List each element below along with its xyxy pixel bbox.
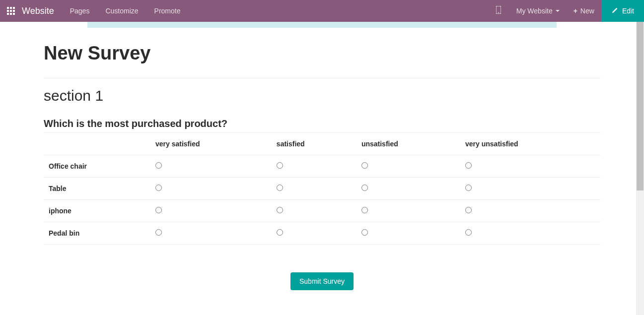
nav-pages[interactable]: Pages <box>62 0 98 22</box>
mobile-icon <box>496 6 501 16</box>
content-area: New Survey section 1 Which is the most p… <box>0 22 644 315</box>
nav-customize[interactable]: Customize <box>97 0 146 22</box>
radio-option[interactable] <box>465 229 472 236</box>
survey-title: New Survey <box>44 43 600 64</box>
radio-option[interactable] <box>277 185 283 191</box>
column-header: satisfied <box>272 133 357 155</box>
radio-option[interactable] <box>277 229 283 236</box>
radio-option[interactable] <box>277 162 283 169</box>
column-header: very satisfied <box>150 133 272 155</box>
app-title[interactable]: Website <box>22 6 62 16</box>
radio-option[interactable] <box>361 162 368 169</box>
apps-menu-button[interactable] <box>0 0 22 22</box>
radio-option[interactable] <box>465 185 472 191</box>
table-row: Office chair <box>44 155 600 178</box>
new-button-label: New <box>580 7 594 15</box>
column-header: unsatisfied <box>357 133 460 155</box>
submit-survey-button[interactable]: Submit Survey <box>290 272 354 290</box>
column-header: very unsatisfied <box>460 133 600 155</box>
scrollbar-thumb[interactable] <box>637 22 644 190</box>
header-empty <box>44 133 150 155</box>
svg-point-1 <box>498 12 499 13</box>
website-selector[interactable]: My Website <box>509 0 567 22</box>
alert-strip <box>87 22 557 28</box>
matrix-table: very satisfied satisfied unsatisfied ver… <box>44 133 600 245</box>
table-row: Pedal bin <box>44 222 600 245</box>
topbar: Website Pages Customize Promote My Websi… <box>0 0 644 22</box>
divider <box>44 78 600 78</box>
radio-option[interactable] <box>155 207 162 213</box>
radio-option[interactable] <box>155 185 162 191</box>
question-text: Which is the most purchased product? <box>44 118 600 129</box>
topbar-right: My Website + New Edit <box>488 0 644 22</box>
topbar-left: Website Pages Customize Promote <box>0 0 188 22</box>
edit-button[interactable]: Edit <box>601 0 644 22</box>
table-row: iphone <box>44 200 600 222</box>
row-label: Office chair <box>44 155 150 178</box>
radio-option[interactable] <box>155 229 162 236</box>
edit-button-label: Edit <box>622 7 634 15</box>
radio-option[interactable] <box>361 207 368 213</box>
table-header-row: very satisfied satisfied unsatisfied ver… <box>44 133 600 155</box>
pencil-icon <box>611 7 618 15</box>
row-label: Pedal bin <box>44 222 150 245</box>
mobile-preview-button[interactable] <box>488 0 509 22</box>
radio-option[interactable] <box>155 162 162 169</box>
radio-option[interactable] <box>277 207 283 213</box>
radio-option[interactable] <box>361 229 368 236</box>
nav-promote[interactable]: Promote <box>146 0 189 22</box>
radio-option[interactable] <box>465 162 472 169</box>
radio-option[interactable] <box>361 185 368 191</box>
new-button[interactable]: + New <box>567 0 601 22</box>
table-row: Table <box>44 178 600 200</box>
row-label: iphone <box>44 200 150 222</box>
submit-wrap: Submit Survey <box>44 272 600 290</box>
section-title: section 1 <box>44 87 600 104</box>
chevron-down-icon <box>556 10 560 12</box>
radio-option[interactable] <box>465 207 472 213</box>
row-label: Table <box>44 178 150 200</box>
website-selector-label: My Website <box>516 7 553 15</box>
apps-grid-icon <box>7 7 15 15</box>
plus-icon: + <box>573 7 577 15</box>
